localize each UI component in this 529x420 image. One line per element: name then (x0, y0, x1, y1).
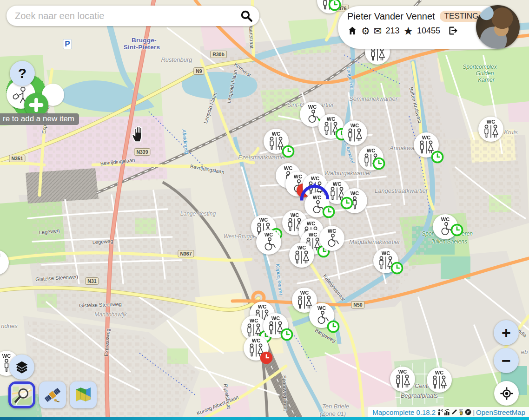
opening-hours-badge (431, 151, 444, 164)
svg-text:WC: WC (291, 212, 299, 218)
svg-text:WC: WC (307, 221, 315, 226)
svg-text:WC: WC (272, 131, 280, 137)
theme-wc-icon: WC (458, 409, 464, 415)
svg-text:WC: WC (435, 370, 443, 375)
svg-text:WC: WC (398, 369, 407, 374)
mapcomplete-app: Brugge-Sint-PietersRustenburgPVaartstraa… (0, 0, 529, 420)
svg-text:WC: WC (367, 148, 375, 153)
svg-text:WC: WC (441, 217, 450, 222)
opening-hours-badge[interactable] (340, 197, 354, 210)
svg-text:WC: WC (252, 338, 260, 343)
svg-text:WC: WC (459, 409, 463, 412)
selection-arc (300, 183, 330, 202)
wc-map-marker[interactable]: WC (289, 242, 315, 268)
style-osm-carto-button[interactable] (8, 381, 35, 408)
opening-hours-badge (282, 145, 295, 158)
opening-hours-badge (328, 0, 342, 12)
svg-text:WC: WC (258, 304, 266, 309)
add-item-tooltip: re to add a new item (0, 113, 79, 125)
openstreetmap-link[interactable]: OpenStreetMap (476, 408, 525, 416)
zoom-out-button[interactable]: − (494, 348, 519, 373)
user-name[interactable]: Pieter Vander Vennet (347, 11, 435, 22)
attribution-bar: Mapcomplete 0.18.2 WC | OpenStreetMap (368, 407, 529, 417)
wc-map-marker[interactable]: WC (426, 367, 452, 393)
basemap-style-switcher (8, 381, 97, 408)
messages-count: 213 (385, 26, 399, 36)
opening-hours-badge (390, 262, 404, 275)
wc-map-marker[interactable]: WC (319, 225, 345, 251)
star-icon: ★ (403, 26, 413, 36)
search-bar (7, 6, 259, 26)
svg-text:WC: WC (298, 245, 306, 250)
search-icon[interactable] (240, 10, 253, 22)
svg-text:WC: WC (309, 232, 317, 237)
contributor-icon (437, 409, 443, 415)
svg-text:WC: WC (350, 190, 359, 196)
home-icon[interactable] (347, 26, 357, 36)
svg-text:WC: WC (333, 181, 341, 187)
svg-text:WC: WC (382, 250, 390, 256)
svg-text:WC: WC (271, 315, 280, 321)
svg-text:WC: WC (311, 176, 319, 181)
wc-map-marker[interactable]: WC (390, 366, 416, 392)
opening-hours-badge (322, 205, 336, 219)
theme-color-bar (0, 417, 529, 420)
svg-text:WC: WC (308, 104, 317, 110)
help-button[interactable]: ? (10, 61, 35, 86)
wc-map-marker[interactable]: WC (342, 120, 368, 146)
opening-hours-badge (372, 157, 386, 171)
opening-hours-badge (327, 320, 340, 334)
wc-map-marker[interactable]: WC (478, 116, 504, 142)
opening-hours-badge (260, 351, 273, 365)
svg-text:WC: WC (264, 232, 273, 237)
messages-envelope-icon[interactable]: ✉ (374, 26, 382, 36)
wc-map-marker[interactable]: WC (256, 229, 282, 255)
changeset-count: 10455 (417, 26, 440, 36)
svg-text:WC: WC (294, 174, 302, 179)
layers-button[interactable] (9, 354, 34, 380)
svg-text:WC: WC (2, 353, 11, 359)
svg-text:WC: WC (328, 228, 336, 234)
logout-icon[interactable] (448, 26, 458, 36)
opening-hours-badge (280, 328, 294, 341)
wc-map-marker[interactable]: WC (0, 249, 9, 276)
svg-text:WC: WC (300, 290, 309, 295)
search-input[interactable] (14, 10, 240, 22)
style-satellite-button[interactable] (39, 381, 66, 408)
zoom-in-button[interactable]: + (494, 320, 519, 345)
map-markers-layer: WCWCWCWCWCWCWCWCWCWCWCWCWCWCWCWCWCWCWCWC… (0, 0, 529, 420)
style-map-button[interactable] (70, 381, 97, 408)
opening-hours-badge (450, 223, 464, 237)
license-icon (465, 409, 471, 415)
user-avatar[interactable] (476, 5, 520, 49)
geolocate-button[interactable] (494, 381, 519, 406)
svg-text:WC: WC (350, 123, 359, 128)
settings-gear-icon[interactable]: ⚙ (361, 26, 370, 36)
hand-cursor-icon (131, 125, 146, 143)
svg-text:WC: WC (250, 318, 258, 323)
svg-text:WC: WC (284, 165, 292, 171)
svg-text:WC: WC (259, 217, 268, 223)
svg-text:WC: WC (327, 116, 335, 122)
edit-pen-icon (451, 409, 457, 415)
attribution-version[interactable]: Mapcomplete 0.18.2 (372, 408, 436, 416)
svg-text:WC: WC (0, 252, 0, 258)
svg-text:WC: WC (487, 119, 495, 125)
svg-text:WC: WC (422, 135, 430, 140)
attribution-divider: | (473, 408, 475, 416)
attribution-icons: WC (437, 409, 471, 415)
svg-text:WC: WC (317, 305, 326, 311)
statistics-icon (444, 409, 450, 415)
